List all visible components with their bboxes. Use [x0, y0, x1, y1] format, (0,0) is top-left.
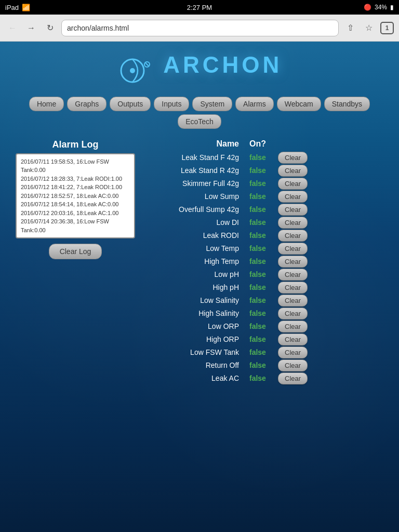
alarm-name: Skimmer Full 42g — [145, 179, 249, 188]
alarm-value: false — [249, 348, 278, 356]
battery-icon: ▮ — [390, 4, 394, 11]
clear-button-15[interactable]: Clear — [278, 347, 308, 358]
alarm-value: false — [249, 309, 278, 317]
svg-line-3 — [145, 63, 149, 66]
alarm-value: false — [249, 257, 278, 265]
alarm-row: Low FSW TankfalseClear — [145, 347, 383, 358]
nav-item-inputs[interactable]: Inputs — [154, 97, 189, 111]
battery-label: 34% — [375, 4, 387, 11]
nav-bar: HomeGraphsOutputsInputsSystemAlarmsWebca… — [0, 91, 399, 134]
clear-button-14[interactable]: Clear — [278, 334, 308, 345]
forward-button[interactable]: → — [24, 21, 38, 35]
alarm-row: Leak ACfalseClear — [145, 373, 383, 384]
alarms-table: Name On? Leak Stand F 42gfalseClearLeak … — [145, 139, 383, 385]
clear-button-9[interactable]: Clear — [278, 269, 308, 281]
nav-item-system[interactable]: System — [192, 97, 232, 111]
alarm-name: Low Temp — [145, 244, 249, 252]
clear-log-button[interactable]: Clear Log — [49, 244, 102, 259]
clear-button-13[interactable]: Clear — [278, 321, 308, 332]
clear-button-6[interactable]: Clear — [278, 230, 308, 242]
alarm-value: false — [249, 361, 278, 369]
alarm-name: Leak RODI — [145, 231, 249, 240]
alarm-name: Leak AC — [145, 374, 249, 382]
alarm-name: Return Off — [145, 361, 249, 369]
clear-button-0[interactable]: Clear — [278, 152, 308, 164]
log-entry: 2016/07/12 18:28:33, 7:Leak RODI:1.00 — [21, 175, 130, 183]
alarm-name: Low DI — [145, 218, 249, 227]
alarm-row: Return OfffalseClear — [145, 360, 383, 371]
back-button[interactable]: ← — [5, 21, 20, 35]
clear-button-11[interactable]: Clear — [278, 295, 308, 307]
alarm-log-section: Alarm Log 2016/07/11 19:58:53, 16:Low FS… — [16, 139, 135, 260]
alarm-value: false — [249, 166, 278, 175]
clear-button-1[interactable]: Clear — [278, 165, 308, 177]
alarm-row: Low SalinityfalseClear — [145, 295, 383, 307]
log-entry: 2016/07/12 20:03:16, 18:Leak AC:1.00 — [21, 209, 130, 218]
alarm-value: false — [249, 322, 278, 330]
alarm-row: High ORPfalseClear — [145, 334, 383, 345]
clear-button-2[interactable]: Clear — [278, 178, 308, 190]
log-entry: 2016/07/12 18:52:57, 18:Leak AC:0.00 — [21, 192, 130, 201]
bluetooth-icon: 🔴 — [364, 4, 371, 11]
alarm-value: false — [249, 244, 278, 252]
tab-count[interactable]: 1 — [380, 22, 394, 34]
wifi-icon: 📶 — [22, 4, 30, 11]
alarm-row: Low TempfalseClear — [145, 243, 383, 255]
clear-button-3[interactable]: Clear — [278, 191, 308, 203]
alarm-row: Skimmer Full 42gfalseClear — [145, 178, 383, 190]
col-header-on: On? — [249, 139, 291, 149]
address-bar[interactable]: archon/alarms.html — [61, 20, 339, 36]
alarm-name: Low Sump — [145, 192, 249, 201]
log-entry: 2016/07/12 18:41:22, 7:Leak RODI:1.00 — [21, 183, 130, 192]
clear-button-17[interactable]: Clear — [278, 373, 308, 384]
share-button[interactable]: ⇧ — [343, 21, 357, 35]
alarm-value: false — [249, 283, 278, 291]
clear-button-8[interactable]: Clear — [278, 256, 308, 268]
alarm-row: High SalinityfalseClear — [145, 308, 383, 320]
main-content: Alarm Log 2016/07/11 19:58:53, 16:Low FS… — [0, 134, 399, 391]
nav-item-outputs[interactable]: Outputs — [110, 97, 151, 111]
reload-button[interactable]: ↻ — [43, 21, 57, 35]
nav-item-webcam[interactable]: Webcam — [277, 97, 321, 111]
alarm-name: Leak Stand F 42g — [145, 153, 249, 162]
alarm-name: High Salinity — [145, 309, 249, 317]
alarm-row: Leak Stand F 42gfalseClear — [145, 152, 383, 164]
alarm-row: Low DIfalseClear — [145, 217, 383, 229]
log-entry: 2016/07/11 19:58:53, 16:Low FSW Tank:0.0… — [21, 157, 130, 175]
alarm-value: false — [249, 231, 278, 240]
clear-button-5[interactable]: Clear — [278, 217, 308, 229]
clear-button-12[interactable]: Clear — [278, 308, 308, 320]
alarm-name: High ORP — [145, 335, 249, 343]
url-text: archon/alarms.html — [67, 24, 129, 32]
alarm-name: Leak Stand R 42g — [145, 166, 249, 175]
alarm-name: Low pH — [145, 270, 249, 278]
alarm-row: Low ORPfalseClear — [145, 321, 383, 332]
alarm-value: false — [249, 270, 278, 278]
alarm-name: Low FSW Tank — [145, 348, 249, 356]
alarm-name: Overfull Sump 42g — [145, 205, 249, 214]
alarm-row: Low pHfalseClear — [145, 269, 383, 281]
time-display: 2:27 PM — [187, 4, 212, 11]
clear-button-10[interactable]: Clear — [278, 282, 308, 294]
browser-toolbar: ← → ↻ archon/alarms.html ⇧ ☆ 1 — [0, 15, 399, 42]
nav-item-ecotech[interactable]: EcoTech — [178, 114, 221, 129]
carrier-label: iPad — [5, 4, 19, 11]
nav-item-standbys[interactable]: Standbys — [324, 97, 370, 111]
nav-item-graphs[interactable]: Graphs — [67, 97, 107, 111]
table-header: Name On? — [145, 139, 383, 152]
clear-button-7[interactable]: Clear — [278, 243, 308, 255]
alarm-value: false — [249, 205, 278, 214]
log-entry: 2016/07/12 18:54:14, 18:Leak AC:0.00 — [21, 200, 130, 209]
alarm-value: false — [249, 218, 278, 227]
nav-item-alarms[interactable]: Alarms — [235, 97, 274, 111]
clear-button-4[interactable]: Clear — [278, 204, 308, 216]
alarm-value: false — [249, 179, 278, 188]
status-bar: iPad 📶 2:27 PM 🔴 34% ▮ — [0, 0, 399, 15]
alarm-name: High pH — [145, 283, 249, 291]
svg-point-1 — [130, 68, 135, 73]
clear-button-16[interactable]: Clear — [278, 360, 308, 371]
alarm-value: false — [249, 335, 278, 343]
alarm-row: Leak RODIfalseClear — [145, 230, 383, 242]
bookmark-button[interactable]: ☆ — [362, 21, 376, 35]
nav-item-home[interactable]: Home — [29, 97, 64, 111]
